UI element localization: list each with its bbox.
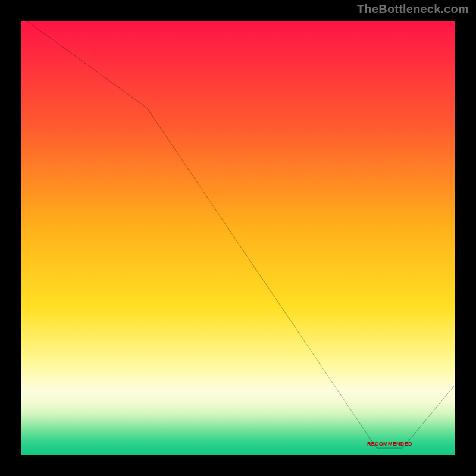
valley-label: RECOMMENDED (367, 441, 412, 447)
bottleneck-curve (21, 21, 455, 455)
plot-frame: RECOMMENDED (18, 18, 458, 458)
watermark-text: TheBottleneck.com (357, 2, 469, 16)
chart-stage: TheBottleneck.com RECOMMENDED (0, 0, 476, 476)
